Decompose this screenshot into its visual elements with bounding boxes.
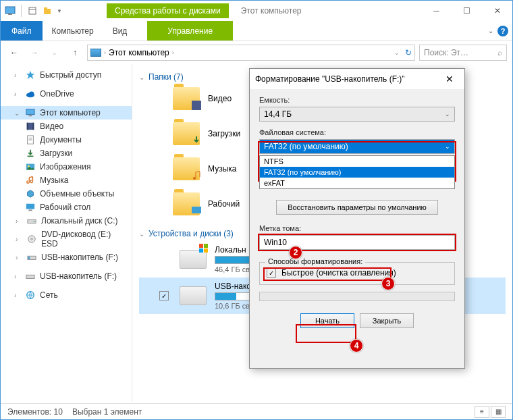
tree-this-pc[interactable]: ⌄ Этот компьютер bbox=[1, 106, 132, 120]
svg-point-22 bbox=[34, 221, 35, 222]
file-tab[interactable]: Файл bbox=[1, 21, 43, 41]
address-path: Этот компьютер bbox=[109, 48, 169, 57]
back-button[interactable]: ← bbox=[6, 45, 22, 61]
drive-icon bbox=[180, 250, 207, 269]
app-icon[interactable] bbox=[3, 4, 17, 18]
filesystem-label: Файловая система: bbox=[259, 128, 455, 136]
tree-pictures[interactable]: Изображения bbox=[1, 160, 132, 174]
volume-label-input[interactable]: Win10 bbox=[259, 235, 455, 250]
folder-icon bbox=[173, 87, 200, 110]
fs-option-ntfs[interactable]: NTFS bbox=[260, 156, 454, 167]
close-dialog-button[interactable]: Закрыть bbox=[360, 313, 414, 328]
svg-rect-32 bbox=[199, 244, 203, 248]
search-input[interactable]: Поиск: Эт… ⌕ bbox=[419, 45, 507, 61]
tree-usb-1[interactable]: ›USB-накопитель (F:) bbox=[1, 251, 132, 264]
filesystem-select[interactable]: FAT32 (по умолчанию)⌄ bbox=[259, 139, 455, 154]
tree-dvd[interactable]: ›DVD-дисковод (E:) ESD bbox=[1, 228, 132, 251]
film-icon bbox=[25, 122, 36, 131]
progress-bar bbox=[259, 292, 455, 301]
fs-option-fat32[interactable]: FAT32 (по умолчанию) bbox=[260, 167, 454, 178]
qat-dropdown-icon[interactable]: ▼ bbox=[55, 4, 63, 18]
window-title: Этот компьютер bbox=[241, 6, 302, 16]
tree-quick-access[interactable]: › Быстрый доступ bbox=[1, 68, 132, 82]
tree-music[interactable]: Музыка bbox=[1, 174, 132, 187]
svg-rect-31 bbox=[192, 207, 201, 213]
view-tab[interactable]: Вид bbox=[103, 21, 137, 41]
ribbon: Файл Компьютер Вид Управление ⌄ ? bbox=[1, 21, 512, 41]
tree-network[interactable]: ›Сеть bbox=[1, 288, 132, 302]
address-bar[interactable]: › Этот компьютер › ⌄ ↻ bbox=[87, 45, 415, 61]
forward-button[interactable]: → bbox=[26, 45, 43, 61]
tree-local-disk[interactable]: ›Локальный диск (C:) bbox=[1, 214, 132, 228]
contextual-tab-header: Средства работы с дисками bbox=[107, 3, 229, 18]
dialog-title: Форматирование "USB-накопитель (F:)" bbox=[255, 74, 440, 84]
ribbon-expand[interactable]: ⌄ ? bbox=[484, 21, 512, 41]
annotation-badge-3: 3 bbox=[381, 277, 395, 290]
annotation-badge-2: 2 bbox=[289, 246, 302, 259]
tree-downloads[interactable]: Загрузки bbox=[1, 147, 132, 160]
svg-rect-0 bbox=[5, 7, 15, 14]
svg-rect-27 bbox=[26, 275, 34, 278]
nav-tree: › Быстрый доступ › OneDrive ⌄ Этот компь… bbox=[1, 64, 132, 402]
start-button[interactable]: Начать bbox=[300, 313, 354, 328]
status-selected: Выбран 1 элемент bbox=[72, 407, 142, 417]
address-dropdown-icon[interactable]: ⌄ bbox=[394, 49, 400, 56]
document-icon bbox=[25, 135, 36, 145]
up-button[interactable]: ↑ bbox=[67, 45, 83, 61]
restore-defaults-button[interactable]: Восстановить параметры по умолчанию bbox=[276, 200, 438, 215]
capacity-label: Емкость: bbox=[259, 96, 455, 104]
new-folder-icon[interactable] bbox=[40, 4, 54, 18]
star-icon bbox=[25, 70, 36, 80]
recent-dropdown[interactable]: ⌄ bbox=[47, 45, 63, 61]
maximize-button[interactable]: ☐ bbox=[452, 1, 482, 21]
folder-icon bbox=[173, 192, 200, 215]
svg-rect-33 bbox=[204, 244, 208, 248]
chevron-down-icon: ⌄ bbox=[445, 143, 450, 150]
usb-icon bbox=[26, 253, 37, 262]
disc-icon bbox=[26, 234, 37, 244]
format-methods-label: Способы форматирования: bbox=[265, 257, 365, 265]
svg-point-8 bbox=[29, 92, 34, 95]
svg-rect-10 bbox=[28, 115, 32, 117]
tree-documents[interactable]: Документы bbox=[1, 133, 132, 147]
picture-icon bbox=[25, 162, 36, 172]
svg-rect-9 bbox=[26, 109, 34, 115]
chevron-down-icon: ⌄ bbox=[445, 111, 450, 117]
help-icon[interactable]: ? bbox=[497, 26, 508, 36]
tree-3d[interactable]: Объемные объекты bbox=[1, 187, 132, 201]
svg-point-30 bbox=[193, 177, 196, 180]
checkbox-icon[interactable]: ✓ bbox=[159, 291, 169, 300]
tree-desktop[interactable]: Рабочий стол bbox=[1, 201, 132, 214]
desktop-icon bbox=[25, 203, 36, 212]
computer-tab[interactable]: Компьютер bbox=[43, 21, 103, 41]
folder-icon bbox=[173, 122, 200, 145]
svg-rect-34 bbox=[199, 248, 203, 253]
tree-usb-2[interactable]: ›USB-накопитель (F:) bbox=[1, 269, 132, 283]
icons-view-button[interactable]: ▦ bbox=[491, 406, 506, 418]
refresh-icon[interactable]: ↻ bbox=[405, 48, 412, 57]
svg-rect-12 bbox=[27, 123, 28, 130]
fs-option-exfat[interactable]: exFAT bbox=[260, 178, 454, 188]
properties-icon[interactable] bbox=[26, 4, 39, 18]
minimize-button[interactable]: ─ bbox=[421, 1, 452, 21]
details-view-button[interactable]: ≡ bbox=[475, 406, 489, 418]
folder-icon bbox=[173, 157, 200, 180]
usb-icon bbox=[25, 271, 36, 281]
svg-marker-6 bbox=[26, 71, 34, 79]
svg-point-24 bbox=[31, 238, 33, 240]
usb-drive-icon bbox=[180, 286, 207, 305]
download-icon bbox=[25, 149, 36, 158]
dialog-close-button[interactable]: ✕ bbox=[440, 74, 459, 84]
search-placeholder: Поиск: Эт… bbox=[424, 48, 468, 57]
quick-format-checkbox[interactable]: ✓ Быстрое (очистка оглавления) bbox=[267, 268, 448, 278]
manage-tab[interactable]: Управление bbox=[147, 21, 233, 41]
tree-onedrive[interactable]: › OneDrive bbox=[1, 87, 132, 101]
cloud-icon bbox=[25, 89, 36, 99]
svg-rect-13 bbox=[33, 123, 34, 130]
capacity-select[interactable]: 14,4 ГБ⌄ bbox=[259, 107, 455, 122]
close-button[interactable]: ✕ bbox=[482, 1, 512, 21]
pc-icon bbox=[25, 108, 36, 117]
tree-videos[interactable]: Видео bbox=[1, 120, 132, 133]
checkbox-icon: ✓ bbox=[267, 268, 276, 278]
filesystem-dropdown: NTFS FAT32 (по умолчанию) exFAT bbox=[259, 155, 455, 189]
